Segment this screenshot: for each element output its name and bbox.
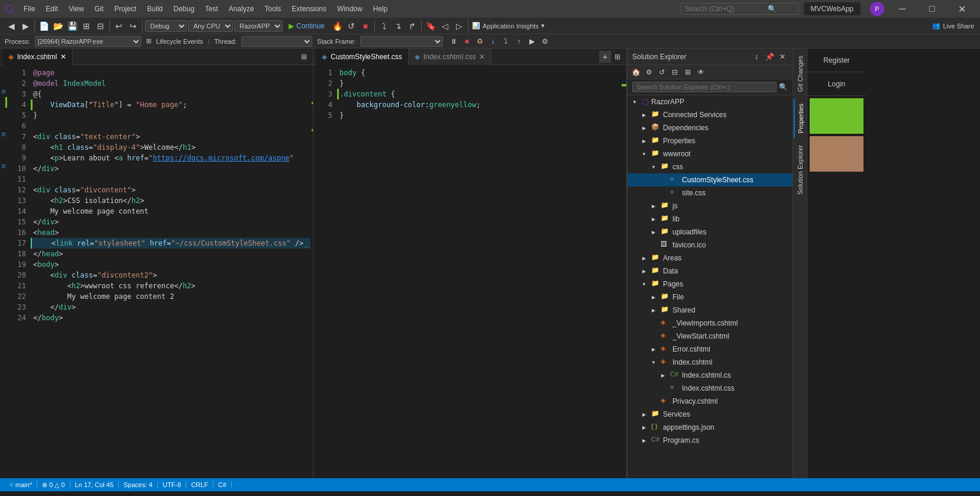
step-over-button[interactable]: ⤵ <box>377 20 390 33</box>
menu-window[interactable]: Window <box>332 2 367 15</box>
live-share-button[interactable]: 👥 Live Share <box>929 21 978 31</box>
open-file-button[interactable]: 📂 <box>51 20 64 33</box>
tree-privacy[interactable]: ◈ Privacy.cshtml <box>628 395 793 408</box>
encoding-status[interactable]: UTF-8 <box>158 481 186 488</box>
menu-debug[interactable]: Debug <box>169 2 199 15</box>
menu-tools[interactable]: Tools <box>260 2 286 15</box>
tree-areas[interactable]: ▶ 📁 Areas <box>628 252 793 265</box>
thread-select[interactable] <box>241 36 312 47</box>
tree-shared[interactable]: ▶ 📁 Shared <box>628 304 793 317</box>
bookmark-button[interactable]: 🔖 <box>424 20 437 33</box>
tree-services[interactable]: ▶ 📁 Services <box>628 408 793 421</box>
spaces-status[interactable]: Spaces: 4 <box>119 481 158 488</box>
fold-marker-3[interactable]: ⊟ <box>0 86 7 97</box>
tree-error[interactable]: ▶ ◈ Error.cshtml <box>628 343 793 356</box>
se-view-button[interactable]: 👁 <box>695 66 707 78</box>
solution-explorer-tab[interactable]: Solution Explorer <box>794 140 806 199</box>
search-input[interactable] <box>685 5 768 13</box>
tab-close-icon2[interactable]: ✕ <box>479 53 485 61</box>
step-out-button[interactable]: ↱ <box>406 20 419 33</box>
menu-project[interactable]: Project <box>109 2 141 15</box>
se-search-input[interactable] <box>632 82 777 92</box>
continue-button[interactable]: ▶ Continue <box>284 21 329 31</box>
hot-reload-button[interactable]: 🔥 <box>331 20 344 33</box>
menu-test[interactable]: Test <box>200 2 223 15</box>
step-out-debug-button[interactable]: ↑ <box>513 36 525 47</box>
se-close-button[interactable]: ✕ <box>777 51 788 62</box>
stop-debug-button[interactable]: ■ <box>461 36 473 47</box>
step-into-debug-button[interactable]: ↓ <box>487 36 499 47</box>
se-settings-button[interactable]: ⚙ <box>643 66 655 78</box>
stop-button[interactable]: ■ <box>359 20 372 33</box>
se-pin-button[interactable]: 📌 <box>764 51 775 62</box>
menu-extensions[interactable]: Extensions <box>287 2 331 15</box>
right-tab-customstylesheet[interactable]: ◈ CustomStyleSheet.css <box>316 49 409 65</box>
se-home-button[interactable]: 🏠 <box>630 66 642 78</box>
se-collapse-button[interactable]: ⊟ <box>669 66 681 78</box>
prev-bookmark-button[interactable]: ◁ <box>438 20 451 33</box>
extra1-button[interactable]: ⊟ <box>94 20 107 33</box>
git-branch-status[interactable]: ⑂ main* <box>5 481 37 488</box>
forward-button[interactable]: ▶ <box>19 20 32 33</box>
save-all-button[interactable]: ⊞ <box>80 20 93 33</box>
fold-marker-7[interactable]: ⊟ <box>0 129 7 140</box>
stack-frame-select[interactable] <box>360 36 443 47</box>
tree-connected-services[interactable]: ▶ 📁 Connected Services <box>628 108 793 121</box>
tree-js-folder[interactable]: ▶ 📁 js <box>628 199 793 212</box>
menu-edit[interactable]: Edit <box>41 2 63 15</box>
tree-properties[interactable]: ▶ 📁 Properties <box>628 134 793 147</box>
profile-avatar[interactable]: P <box>870 2 884 16</box>
git-changes-tab[interactable]: Git Changes <box>794 51 806 96</box>
tree-lib-folder[interactable]: ▶ 📁 lib <box>628 212 793 226</box>
tree-file-folder[interactable]: ▶ 📁 File <box>628 291 793 304</box>
save-button[interactable]: 💾 <box>66 20 79 33</box>
platform-select[interactable]: Any CPU <box>188 20 233 32</box>
tree-index-cs[interactable]: ▶ C# Index.cshtml.cs <box>628 369 793 382</box>
tree-wwwroot[interactable]: ▼ 📁 wwwroot <box>628 147 793 160</box>
tree-pages[interactable]: ▼ 📁 Pages <box>628 278 793 291</box>
fold-marker-2[interactable] <box>0 76 7 86</box>
collapse-right-pane-button[interactable]: ⊞ <box>611 53 624 61</box>
redo-button[interactable]: ↪ <box>127 20 140 33</box>
collapse-pane-button[interactable]: ⊞ <box>297 53 311 61</box>
tree-customstylesheet[interactable]: ≡ CustomStyleSheet.css <box>628 173 793 186</box>
add-editor-button[interactable]: + <box>599 51 611 63</box>
new-file-button[interactable]: 📄 <box>37 20 50 33</box>
step-over-debug-button[interactable]: ⤵ <box>500 36 512 47</box>
tree-index-css[interactable]: ≡ Index.cshtml.css <box>628 382 793 395</box>
fold-marker-1[interactable] <box>0 65 7 76</box>
hot-reload-debug-button[interactable]: ♻ <box>474 36 486 47</box>
tree-uploadfiles[interactable]: ▶ 📁 uploadfiles <box>628 226 793 239</box>
minimize-button[interactable]: ─ <box>889 0 916 18</box>
errors-status[interactable]: ⊗ 0 △ 0 <box>37 481 70 489</box>
run-cursor-button[interactable]: ▶ <box>526 36 538 47</box>
menu-analyze[interactable]: Analyze <box>224 2 259 15</box>
tree-root[interactable]: ▼ ⬡ RazorAPP <box>628 95 793 108</box>
tree-dependencies[interactable]: ▶ 📦 Dependencies <box>628 121 793 134</box>
solution-explorer-search[interactable]: 🔍 <box>628 79 793 95</box>
menu-git[interactable]: Git <box>90 2 108 15</box>
tree-css-folder[interactable]: ▼ 📁 css <box>628 160 793 173</box>
tree-program[interactable]: ▶ C# Program.cs <box>628 434 793 447</box>
back-button[interactable]: ◀ <box>5 20 18 33</box>
se-sync-button[interactable]: ↕ <box>751 51 762 62</box>
line-ending-status[interactable]: CRLF <box>186 481 214 488</box>
menu-file[interactable]: File <box>19 2 40 15</box>
tree-sitecss[interactable]: ≡ site.css <box>628 186 793 199</box>
global-search[interactable]: 🔍 <box>681 3 799 15</box>
menu-view[interactable]: View <box>64 2 89 15</box>
left-tab-index-cshtml[interactable]: ◈ Index.cshtml ✕ <box>2 49 73 65</box>
launch-profile-select[interactable]: RazorAPP <box>234 20 283 32</box>
undo-button[interactable]: ↩ <box>112 20 125 33</box>
debug-config-select[interactable]: Debug Release <box>145 20 187 32</box>
language-status[interactable]: C# <box>214 481 232 488</box>
tree-index-cshtml[interactable]: ▼ ◈ Index.cshtml <box>628 356 793 369</box>
properties-tab[interactable]: Properties <box>794 99 807 138</box>
process-select[interactable]: [26964] RazorAPP.exe <box>35 36 141 47</box>
register-link[interactable]: Register <box>807 49 866 72</box>
se-filter-button[interactable]: ⊞ <box>682 66 694 78</box>
tree-viewimports[interactable]: ◈ _ViewImports.cshtml <box>628 317 793 330</box>
pause-button[interactable]: ⏸ <box>448 36 460 47</box>
restart-button[interactable]: ↺ <box>345 20 358 33</box>
right-tab-indexcss[interactable]: ◈ Index.cshtml.css ✕ <box>409 49 492 65</box>
